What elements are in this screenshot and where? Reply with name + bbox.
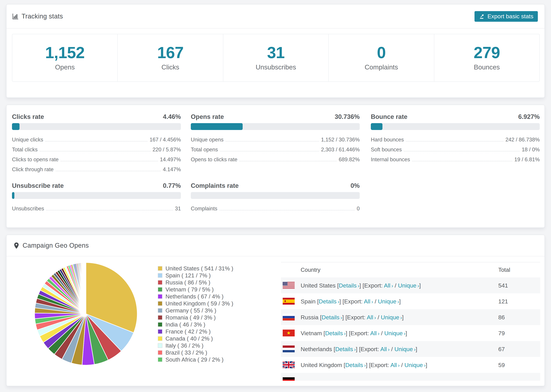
legend-item: Romania ( 49 / 3% ): [158, 314, 233, 321]
rate-detail-row: Hard bounces242 / 86.738%: [371, 135, 540, 145]
stat-label: Bounces: [474, 63, 500, 71]
stat-label: Clicks: [162, 63, 179, 71]
legend-item: Russia ( 86 / 5% ): [158, 279, 233, 286]
rate-value: 30.736%: [335, 113, 360, 120]
flag-us-icon: [283, 282, 295, 289]
details-link[interactable]: Details›: [319, 298, 339, 304]
detail-label: Complaints: [191, 206, 217, 212]
detail-value: 220 / 5.87%: [153, 147, 181, 153]
legend-swatch: [158, 336, 162, 341]
rate-value: 0%: [351, 182, 360, 189]
rate-title: Clicks rate: [12, 113, 44, 120]
legend-swatch: [158, 280, 162, 285]
legend-label: Romania ( 49 / 3% ): [165, 314, 216, 321]
detail-label: Total clicks: [12, 147, 38, 153]
export-unique-link[interactable]: Unique›: [398, 282, 419, 288]
export-unique-link[interactable]: Unique›: [381, 314, 402, 320]
detail-label: Internal bounces: [371, 156, 410, 163]
legend-item: United Kingdom ( 59 / 3% ): [158, 300, 233, 307]
legend-item: Canada ( 40 / 2% ): [158, 335, 233, 342]
details-link[interactable]: Details›: [339, 282, 359, 288]
stat-label: Complaints: [365, 63, 398, 71]
export-all-link[interactable]: All›: [367, 314, 376, 320]
summary-stat-unsubscribes: 31Unsubscribes: [223, 34, 329, 81]
rate-detail-row: Total opens2,303 / 61.446%: [191, 145, 360, 155]
export-unique-link[interactable]: Unique›: [395, 346, 416, 352]
rate-detail-row: Complaints0: [191, 204, 360, 214]
flag-vn-icon: [283, 329, 295, 336]
table-row-de: [Details›] [Export: All› / Unique›]: [281, 373, 540, 381]
detail-value: 0: [357, 206, 360, 212]
detail-value: 19 / 6.81%: [514, 156, 540, 163]
rate-detail-row: Total clicks220 / 5.87%: [12, 145, 181, 155]
export-unique-link[interactable]: Unique›: [384, 330, 406, 336]
page-title: Tracking stats: [21, 13, 63, 20]
export-all-link[interactable]: All›: [370, 330, 380, 336]
rate-progress-bar: [12, 192, 181, 199]
export-all-link[interactable]: All›: [364, 298, 373, 304]
rate-detail-row: Unique opens1,152 / 30.736%: [191, 135, 360, 145]
total-cell: 541: [498, 282, 508, 289]
rate-value: 4.46%: [163, 113, 181, 120]
detail-label: Opens to clicks rate: [191, 156, 237, 163]
rate-detail-row: Internal bounces19 / 6.81%: [371, 155, 540, 165]
pie-legend: United States ( 541 / 31% )Spain ( 121 /…: [158, 265, 233, 363]
table-row-vn: Vietnam [Details›] [Export: All› / Uniqu…: [281, 325, 540, 341]
legend-label: Canada ( 40 / 2% ): [165, 335, 213, 342]
flag-nl-icon: [283, 345, 295, 352]
dotted-leader: [61, 161, 158, 161]
legend-swatch: [158, 350, 162, 355]
legend-item: Spain ( 121 / 7% ): [158, 272, 233, 279]
detail-label: Unique opens: [191, 137, 224, 143]
export-all-link[interactable]: All›: [380, 346, 390, 352]
dotted-leader: [226, 141, 319, 141]
details-link[interactable]: Details›: [345, 362, 366, 368]
details-link[interactable]: Details›: [325, 330, 346, 336]
pie-slice-other[interactable]: [86, 263, 86, 314]
export-basic-stats-button[interactable]: Export basic stats: [474, 11, 538, 22]
geo-opens-pie-chart: [34, 262, 138, 366]
column-header-total: Total: [498, 267, 510, 273]
rate-title: Opens rate: [191, 113, 224, 120]
rates-card: Clicks rate4.46%Unique clicks167 / 4.456…: [6, 105, 545, 228]
detail-value: 18 / 0%: [522, 147, 540, 153]
tracking-stats-header: Tracking stats Export basic stats: [7, 4, 544, 28]
table-row-ru: Russia [Details›] [Export: All› / Unique…: [281, 309, 540, 325]
details-link[interactable]: Details›: [335, 346, 356, 352]
dotted-leader: [40, 151, 151, 151]
dotted-leader: [219, 210, 355, 210]
export-unique-link[interactable]: Unique›: [404, 362, 426, 368]
legend-label: Italy ( 36 / 2% ): [165, 343, 204, 349]
export-all-link[interactable]: All›: [384, 282, 393, 288]
rate-detail-row: Soft bounces18 / 0%: [371, 145, 540, 155]
table-row-es: Spain [Details›] [Export: All› / Unique›…: [281, 293, 540, 309]
rate-progress-bar: [191, 123, 360, 130]
detail-label: Unsubscribes: [12, 206, 44, 212]
stat-label: Unsubscribes: [256, 63, 296, 71]
rate-progress-bar: [371, 123, 540, 130]
rate-value: 0.77%: [163, 182, 181, 189]
legend-item: France ( 42 / 2% ): [158, 328, 233, 335]
legend-swatch: [158, 322, 162, 327]
rate-progress-bar: [12, 123, 181, 130]
tracking-stats-card: Tracking stats Export basic stats 1,152O…: [6, 4, 545, 98]
dotted-leader: [46, 210, 173, 210]
stat-label: Opens: [55, 63, 75, 71]
clicks-rate-block: Clicks rate4.46%Unique clicks167 / 4.456…: [12, 113, 181, 175]
stat-value: 31: [267, 45, 285, 61]
export-unique-link[interactable]: Unique›: [378, 298, 399, 304]
detail-label: Unique clicks: [12, 137, 43, 143]
details-link[interactable]: Details›: [322, 314, 342, 320]
flag-ru-icon: [283, 314, 295, 321]
rate-progress-fill: [12, 192, 14, 199]
legend-item: United States ( 541 / 31% ): [158, 265, 233, 272]
dotted-leader: [239, 161, 337, 161]
total-cell: 67: [498, 346, 505, 352]
column-header-country: Country: [301, 267, 320, 273]
export-all-link[interactable]: All›: [390, 362, 400, 368]
detail-value: 689.82%: [339, 156, 360, 163]
stat-value: 279: [474, 45, 500, 61]
legend-label: France ( 42 / 2% ): [165, 328, 211, 335]
legend-swatch: [158, 357, 162, 362]
flag-de-icon: [283, 377, 295, 381]
